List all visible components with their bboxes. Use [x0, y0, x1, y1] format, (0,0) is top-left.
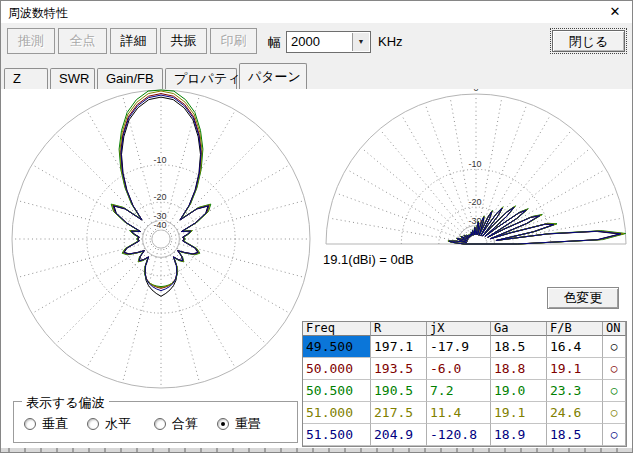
radio-icon [87, 418, 99, 430]
table-cell-freq[interactable]: 51.000 [303, 402, 371, 424]
on-indicator-icon[interactable]: ○ [603, 424, 626, 446]
all-points-button[interactable]: 全点 [58, 28, 107, 54]
table-cell-fb[interactable]: 24.6 [547, 402, 603, 424]
width-combobox[interactable]: 2000 ▼ [286, 31, 371, 53]
window-title: 周波数特性 [8, 5, 68, 22]
pattern-tab-page: -10-20-30-40 -10-20-300 19.1(dBi) = 0dB … [1, 89, 632, 448]
radio-combined-label: 合算 [172, 415, 198, 433]
tab-pattern[interactable]: パターン [239, 63, 307, 89]
table-cell-ga[interactable]: 18.9 [491, 424, 547, 446]
table-cell-jx[interactable]: -6.0 [427, 358, 491, 380]
svg-text:-10: -10 [153, 155, 166, 165]
table-cell-freq[interactable]: 51.500 [303, 424, 371, 446]
table-cell-ga[interactable]: 19.0 [491, 380, 547, 402]
radio-horizontal[interactable]: 水平 [87, 415, 131, 433]
svg-text:-30: -30 [468, 216, 481, 226]
svg-text:0: 0 [473, 89, 478, 93]
tab-z[interactable]: Z [4, 68, 48, 89]
on-indicator-icon[interactable]: ○ [603, 358, 626, 380]
on-indicator-icon[interactable]: ○ [603, 336, 626, 358]
table-cell-r[interactable]: 204.9 [371, 424, 427, 446]
close-dialog-button-label: 閉じる [552, 30, 625, 52]
title-bar: 周波数特性 ✕ [1, 1, 632, 23]
resonance-button[interactable]: 共振 [160, 28, 207, 54]
polarization-groupbox-title: 表示する偏波 [22, 394, 109, 412]
column-header-fb: F/B [547, 322, 603, 336]
table-cell-r[interactable]: 197.1 [371, 336, 427, 358]
table-cell-fb[interactable]: 18.5 [547, 424, 603, 446]
svg-text:-20: -20 [468, 197, 481, 207]
table-cell-ga[interactable]: 18.5 [491, 336, 547, 358]
table-cell-ga[interactable]: 18.8 [491, 358, 547, 380]
svg-text:-40: -40 [153, 220, 166, 230]
table-cell-fb[interactable]: 23.3 [547, 380, 603, 402]
radio-vertical-label: 垂直 [42, 415, 68, 433]
tab-property[interactable]: プロパティ [165, 68, 237, 89]
radio-combined[interactable]: 合算 [154, 415, 198, 433]
on-indicator-icon[interactable]: ○ [603, 380, 626, 402]
svg-text:-10: -10 [468, 159, 481, 169]
polarization-groupbox: 表示する偏波 垂直 水平 合算 重畳 [13, 401, 298, 443]
radio-superimposed[interactable]: 重畳 [217, 415, 261, 433]
table-cell-jx[interactable]: 7.2 [427, 380, 491, 402]
table-cell-fb[interactable]: 19.1 [547, 358, 603, 380]
background-window-sliver [1, 448, 632, 453]
frequency-characteristics-dialog: 周波数特性 ✕ 推測 全点 詳細 共振 印刷 幅 2000 ▼ KHz 閉じる … [0, 0, 633, 453]
table-cell-r[interactable]: 217.5 [371, 402, 427, 424]
tab-gain-fb[interactable]: Gain/FB [97, 68, 163, 89]
column-header-freq: Freq [303, 322, 371, 336]
azimuth-pattern-chart: -10-20-30-40 [1, 89, 321, 393]
svg-text:-20: -20 [153, 192, 166, 202]
column-header-on: ON [603, 322, 626, 336]
radio-icon [217, 418, 229, 430]
svg-text:-30: -30 [153, 211, 166, 221]
table-cell-jx[interactable]: -17.9 [427, 336, 491, 358]
table-cell-freq[interactable]: 50.500 [303, 380, 371, 402]
khz-unit-label: KHz [378, 34, 403, 49]
elevation-pattern-chart: -10-20-300 [324, 89, 631, 249]
radio-icon [154, 418, 166, 430]
table-cell-fb[interactable]: 16.4 [547, 336, 603, 358]
column-header-jx: jX [427, 322, 491, 336]
table-cell-jx[interactable]: -120.8 [427, 424, 491, 446]
column-header-ga: Ga [491, 322, 547, 336]
on-indicator-icon[interactable]: ○ [603, 402, 626, 424]
radio-superimposed-label: 重畳 [235, 415, 261, 433]
estimate-button[interactable]: 推測 [7, 28, 55, 54]
radio-vertical[interactable]: 垂直 [24, 415, 68, 433]
radio-icon [24, 418, 36, 430]
radio-horizontal-label: 水平 [105, 415, 131, 433]
tab-swr[interactable]: SWR [50, 68, 95, 89]
gain-reference-note: 19.1(dBi) = 0dB [323, 252, 414, 267]
close-dialog-button[interactable]: 閉じる [550, 28, 627, 54]
chevron-down-icon[interactable]: ▼ [352, 33, 369, 51]
print-button[interactable]: 印刷 [210, 28, 257, 54]
detail-button[interactable]: 詳細 [110, 28, 157, 54]
width-value: 2000 [291, 34, 320, 49]
table-cell-ga[interactable]: 19.1 [491, 402, 547, 424]
change-color-button[interactable]: 色変更 [547, 287, 619, 309]
frequency-result-table: Freq R jX Ga F/B ON 49.500 197.1 -17.9 1… [302, 321, 627, 447]
table-cell-freq[interactable]: 49.500 [303, 336, 371, 358]
close-icon[interactable]: ✕ [604, 3, 626, 21]
width-label: 幅 [268, 34, 281, 52]
table-cell-jx[interactable]: 11.4 [427, 402, 491, 424]
toolbar: 推測 全点 詳細 共振 印刷 幅 2000 ▼ KHz 閉じる [1, 23, 632, 63]
table-cell-r[interactable]: 190.5 [371, 380, 427, 402]
table-cell-freq[interactable]: 50.000 [303, 358, 371, 380]
tab-bar: Z SWR Gain/FB プロパティ パターン [1, 63, 632, 89]
table-cell-r[interactable]: 193.5 [371, 358, 427, 380]
column-header-r: R [371, 322, 427, 336]
